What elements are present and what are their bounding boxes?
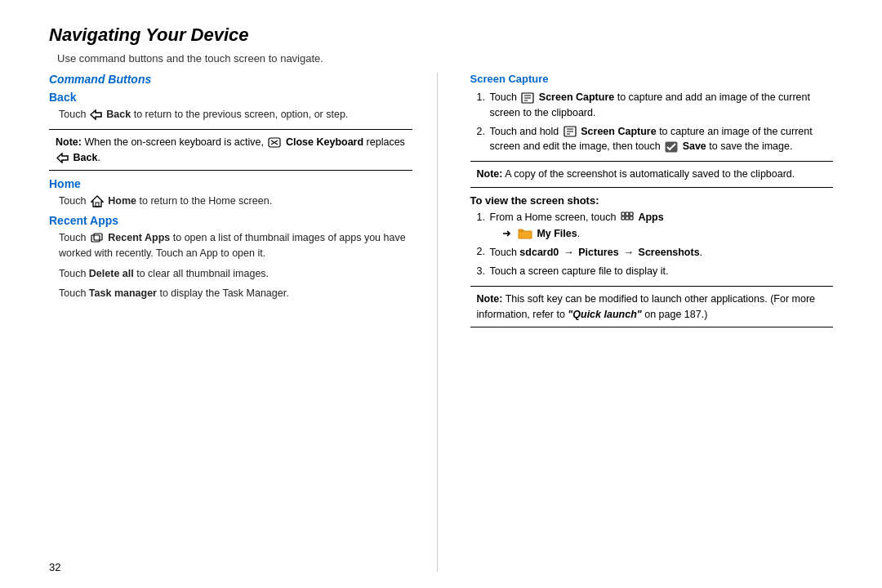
back-text: Touch Back to return to the previous scr… bbox=[59, 107, 412, 122]
home-heading: Home bbox=[49, 177, 412, 190]
page-title: Navigating Your Device bbox=[49, 24, 833, 46]
recent-icon bbox=[89, 232, 108, 243]
sc-item-1: 1. Touch Screen Capture to capture and a… bbox=[477, 90, 834, 121]
delete-all-text: Touch Delete all to clear all thumbnail … bbox=[59, 266, 412, 282]
view-item-1: 1. From a Home screen, touch Apps bbox=[477, 210, 834, 242]
back-icon-2 bbox=[56, 152, 73, 163]
back-icon bbox=[89, 109, 106, 120]
svg-rect-21 bbox=[621, 216, 625, 220]
svg-marker-0 bbox=[91, 110, 101, 119]
svg-rect-19 bbox=[626, 212, 629, 216]
svg-rect-22 bbox=[626, 216, 629, 220]
folder-icon bbox=[516, 228, 537, 239]
svg-marker-5 bbox=[91, 196, 103, 207]
svg-rect-8 bbox=[94, 234, 102, 240]
screen-capture-icon-2 bbox=[562, 126, 581, 137]
screen-capture-list: 1. Touch Screen Capture to capture and a… bbox=[477, 90, 834, 154]
home-icon bbox=[89, 195, 108, 207]
intro-text: Use command buttons and the touch screen… bbox=[57, 52, 833, 65]
sc-item-2: 2. Touch and hold Screen Capture to capt… bbox=[477, 124, 834, 155]
view-list: 1. From a Home screen, touch Apps bbox=[477, 210, 834, 279]
apps-icon bbox=[619, 212, 638, 223]
svg-rect-6 bbox=[96, 203, 99, 207]
svg-rect-7 bbox=[91, 235, 100, 242]
page-number: 32 bbox=[49, 561, 60, 573]
view-item-2: 2. Touch sdcard0 → Pictures → Screenshot… bbox=[477, 244, 834, 261]
note-box-2: Note: A copy of the screenshot is automa… bbox=[470, 161, 834, 188]
screen-capture-icon-1 bbox=[519, 91, 538, 103]
task-manager-text: Touch Task manager to display the Task M… bbox=[59, 286, 412, 301]
note-box-1: Note: When the on-screen keyboard is act… bbox=[49, 129, 412, 172]
right-column: Screen Capture 1. Touch Screen Capture t… bbox=[462, 73, 834, 572]
close-icon bbox=[266, 136, 285, 148]
to-view-heading: To view the screen shots: bbox=[470, 194, 834, 207]
recent-apps-heading: Recent Apps bbox=[49, 214, 412, 227]
note-box-3: Note: This soft key can be modified to l… bbox=[470, 286, 834, 328]
svg-rect-20 bbox=[630, 212, 633, 216]
command-buttons-heading: Command Buttons bbox=[49, 73, 412, 86]
svg-rect-18 bbox=[621, 212, 625, 216]
svg-rect-23 bbox=[630, 216, 633, 220]
page-wrapper: Navigating Your Device Use command butto… bbox=[0, 0, 882, 588]
view-item-3: 3. Touch a screen capture file to displa… bbox=[477, 264, 834, 279]
save-check-icon bbox=[663, 140, 682, 152]
back-heading: Back bbox=[49, 91, 412, 104]
left-column: Command Buttons Back Touch Back to retur… bbox=[49, 73, 438, 572]
recent-apps-text: Touch Recent Apps to open a list of thum… bbox=[59, 230, 412, 261]
home-text: Touch Home to return to the Home screen. bbox=[59, 194, 412, 209]
screen-capture-heading: Screen Capture bbox=[470, 73, 834, 85]
svg-marker-4 bbox=[57, 154, 68, 163]
